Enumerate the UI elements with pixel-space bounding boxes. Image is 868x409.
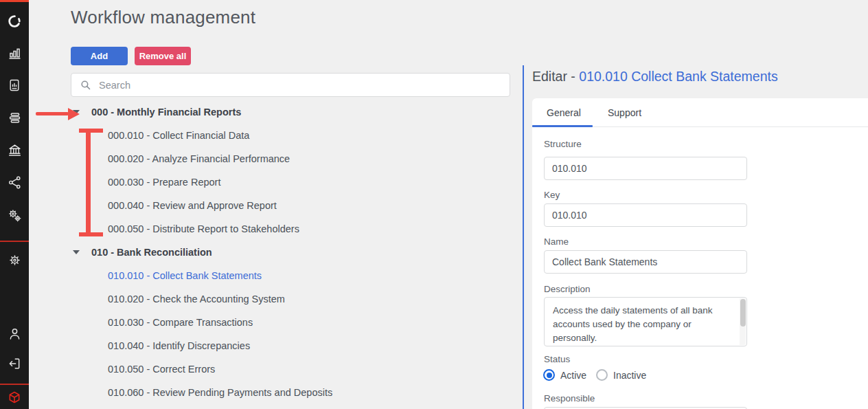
annotation-bracket-line bbox=[86, 131, 91, 234]
settings-gear-icon[interactable] bbox=[7, 252, 22, 267]
add-button[interactable]: Add bbox=[71, 47, 128, 65]
tree-item[interactable]: 010.050 - Correct Errors bbox=[108, 362, 215, 377]
annotation-bracket-bottom-cap bbox=[79, 232, 103, 236]
tab-general[interactable]: General bbox=[547, 98, 581, 127]
tree-item[interactable]: 000.020 - Analyze Financial Performance bbox=[108, 151, 290, 166]
active-tab-underline bbox=[532, 125, 593, 127]
tree-item-label: 000.040 - Review and Approve Report bbox=[108, 200, 277, 211]
sidebar-top-strip bbox=[0, 0, 29, 2]
tree-item-label: 010.040 - Identify Discrepancies bbox=[108, 340, 250, 351]
tab-bar: General Support bbox=[532, 98, 868, 127]
search-box[interactable] bbox=[71, 73, 510, 97]
tree-group-000[interactable]: 000 - Monthly Financial Reports bbox=[73, 104, 241, 120]
tree-item[interactable]: 000.040 - Review and Approve Report bbox=[108, 198, 277, 213]
chevron-down-icon[interactable] bbox=[73, 250, 80, 254]
tree-item[interactable]: 010.060 - Review Pending Payments and De… bbox=[108, 385, 332, 400]
editor-card: General Support Structure Key Name Descr… bbox=[532, 98, 868, 409]
tree-group-label: 010 - Bank Reconciliation bbox=[91, 247, 212, 258]
structure-field[interactable] bbox=[544, 157, 747, 180]
responsible-label: Responsible bbox=[544, 393, 595, 404]
logo-icon[interactable] bbox=[7, 14, 22, 29]
panel-divider bbox=[523, 65, 524, 409]
remove-all-button[interactable]: Remove all bbox=[135, 47, 191, 65]
tree-item-label: 000.010 - Collect Financial Data bbox=[108, 130, 249, 141]
annotation-arrow-shaft bbox=[36, 112, 69, 115]
workflow-management-page: Workflow management Add Remove all 000 -… bbox=[0, 0, 868, 409]
bar-chart-icon[interactable] bbox=[7, 45, 22, 60]
tree-item-label: 010.050 - Correct Errors bbox=[108, 364, 215, 375]
tab-support[interactable]: Support bbox=[608, 98, 641, 127]
editor-title: Editar - 010.010 Collect Bank Statements bbox=[532, 69, 778, 85]
tree-item[interactable]: 000.010 - Collect Financial Data bbox=[108, 128, 249, 143]
tree-item-label: 010.030 - Compare Transactions bbox=[108, 317, 253, 328]
tree-item-label: 010.060 - Review Pending Payments and De… bbox=[108, 387, 332, 398]
tree-item-label: 000.030 - Prepare Report bbox=[108, 177, 220, 188]
editor-title-prefix: Editar - bbox=[532, 69, 579, 84]
page-title: Workflow management bbox=[71, 7, 255, 28]
annotation-arrow-head bbox=[68, 108, 80, 120]
name-label: Name bbox=[544, 236, 569, 247]
status-radio-active[interactable] bbox=[543, 369, 555, 381]
description-field[interactable]: Access the daily statements of all bank … bbox=[544, 297, 747, 346]
tree-item-selected[interactable]: 010.010 - Collect Bank Statements bbox=[108, 268, 262, 283]
queue-list-icon[interactable] bbox=[7, 110, 22, 125]
package-logo-icon[interactable] bbox=[7, 390, 22, 405]
tree-item-label: 010.010 - Collect Bank Statements bbox=[108, 270, 262, 281]
bank-icon[interactable] bbox=[7, 142, 22, 157]
logout-icon[interactable] bbox=[7, 356, 22, 371]
status-radio-inactive-label[interactable]: Inactive bbox=[613, 370, 646, 381]
sidebar-divider bbox=[0, 241, 29, 242]
tree-item[interactable]: 010.020 - Check the Accounting System bbox=[108, 291, 285, 307]
user-icon[interactable] bbox=[7, 326, 22, 341]
tree-item[interactable]: 000.030 - Prepare Report bbox=[108, 175, 220, 190]
status-radio-active-label[interactable]: Active bbox=[560, 370, 586, 381]
description-label: Description bbox=[544, 284, 591, 294]
key-field[interactable] bbox=[544, 203, 747, 227]
gears-icon[interactable] bbox=[7, 208, 22, 223]
search-input[interactable] bbox=[98, 79, 510, 91]
tree-item[interactable]: 010.040 - Identify Discrepancies bbox=[108, 338, 250, 353]
structure-label: Structure bbox=[544, 139, 582, 149]
tree-item[interactable]: 010.030 - Compare Transactions bbox=[108, 315, 253, 330]
tree-item[interactable]: 000.050 - Distribute Report to Stakehold… bbox=[108, 221, 299, 236]
tree-group-010[interactable]: 010 - Bank Reconciliation bbox=[73, 245, 212, 260]
document-icon[interactable] bbox=[7, 78, 22, 93]
name-field[interactable] bbox=[544, 250, 747, 274]
description-text: Access the daily statements of all bank … bbox=[553, 304, 726, 345]
description-scrollbar-thumb[interactable] bbox=[740, 299, 746, 327]
tree-group-label: 000 - Monthly Financial Reports bbox=[91, 107, 241, 118]
tree-item-label: 000.050 - Distribute Report to Stakehold… bbox=[108, 223, 299, 234]
key-label: Key bbox=[544, 190, 560, 200]
sidebar bbox=[0, 0, 29, 409]
tree-item-label: 000.020 - Analyze Financial Performance bbox=[108, 153, 290, 164]
editor-title-item: 010.010 Collect Bank Statements bbox=[579, 69, 777, 84]
sidebar-divider-bottom bbox=[0, 384, 29, 385]
workflow-icon[interactable] bbox=[7, 175, 22, 190]
annotation-bracket-top-cap bbox=[79, 129, 103, 133]
search-icon bbox=[80, 79, 91, 91]
status-radio-inactive[interactable] bbox=[596, 369, 608, 381]
status-label: Status bbox=[544, 354, 570, 364]
tree-item-label: 010.020 - Check the Accounting System bbox=[108, 294, 285, 305]
